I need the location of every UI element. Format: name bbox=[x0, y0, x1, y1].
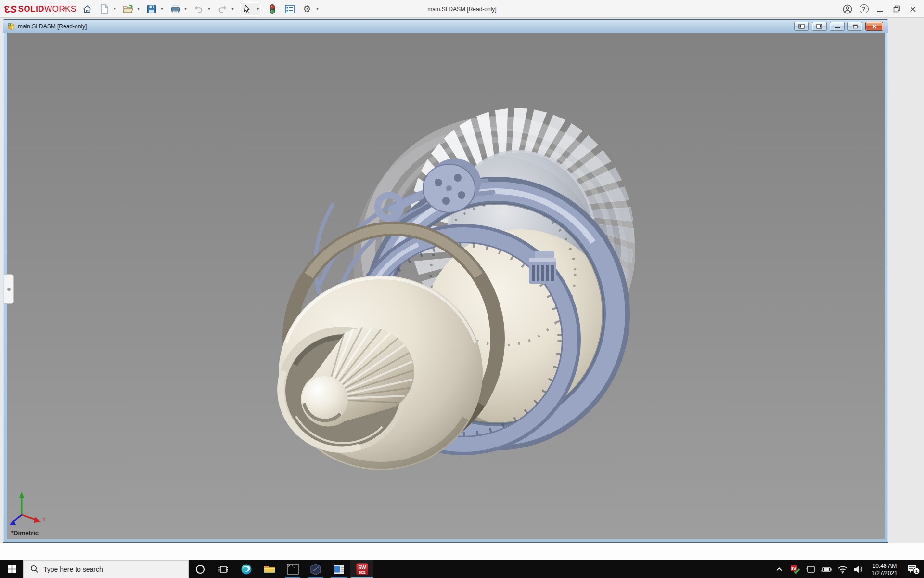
split-left-pane-icon bbox=[798, 24, 805, 29]
collapse-tab-grip-icon bbox=[7, 288, 11, 291]
minimize-button[interactable] bbox=[872, 2, 888, 16]
status-bar bbox=[0, 543, 924, 560]
search-placeholder-text: Type here to search bbox=[43, 565, 103, 573]
minimize-icon bbox=[877, 6, 884, 13]
taskbar-clock[interactable]: 10:48 AM 1/27/2021 bbox=[866, 562, 903, 577]
task-view-button[interactable] bbox=[212, 560, 235, 578]
help-button[interactable]: ? bbox=[856, 2, 872, 16]
display-pane-button[interactable] bbox=[282, 2, 297, 16]
task-view-icon bbox=[218, 564, 229, 575]
taskbar-app-command-prompt[interactable]: C:\_ bbox=[281, 560, 304, 578]
new-dropdown-caret[interactable]: ▾ bbox=[112, 2, 118, 16]
feature-tree-collapse-tab[interactable] bbox=[4, 274, 14, 304]
restore-button[interactable] bbox=[888, 2, 905, 16]
close-icon bbox=[910, 6, 916, 13]
print-dropdown-caret[interactable]: ▾ bbox=[182, 2, 189, 16]
clock-date: 1/27/2021 bbox=[866, 570, 903, 577]
taskbar-app-solidworks[interactable]: SW 2021 bbox=[350, 560, 373, 578]
menu-expand-arrow[interactable]: ▸ bbox=[64, 4, 67, 11]
taskbar-search-box[interactable]: Type here to search bbox=[23, 560, 189, 578]
account-icon bbox=[843, 4, 852, 14]
svg-text:SW: SW bbox=[791, 566, 796, 570]
help-icon: ? bbox=[860, 4, 869, 13]
open-dropdown-caret[interactable]: ▾ bbox=[135, 2, 141, 16]
redo-button[interactable] bbox=[215, 2, 230, 16]
print-button[interactable] bbox=[168, 2, 182, 16]
split-right-pane-button[interactable] bbox=[812, 22, 827, 31]
chevron-up-icon bbox=[775, 565, 783, 573]
solidworks-status-icon: SW bbox=[790, 564, 800, 575]
logo-mark-icon: 3 bbox=[5, 3, 10, 15]
split-left-pane-button[interactable] bbox=[794, 22, 809, 31]
tray-volume[interactable] bbox=[850, 560, 866, 578]
sw-icon-year: 2021 bbox=[359, 571, 366, 574]
window-app-icon bbox=[333, 563, 345, 576]
volume-icon bbox=[853, 564, 864, 575]
cmd-icon-text: C:\_ bbox=[288, 565, 295, 568]
undo-dropdown-caret[interactable]: ▾ bbox=[206, 2, 212, 16]
account-button[interactable] bbox=[839, 2, 856, 16]
battery-icon bbox=[821, 564, 833, 575]
redo-dropdown-caret[interactable]: ▾ bbox=[230, 2, 236, 16]
engine-3d-model: x bbox=[7, 33, 885, 539]
new-document-icon bbox=[100, 4, 109, 14]
taskbar-app-window[interactable] bbox=[327, 560, 350, 578]
display-pane-icon bbox=[284, 4, 295, 14]
tray-battery[interactable] bbox=[819, 560, 834, 578]
windows-logo-icon bbox=[8, 565, 16, 573]
document-title: main.SLDASM [Read-only] bbox=[18, 23, 87, 30]
select-tool-group: ▾ bbox=[240, 2, 261, 16]
tray-expand-button[interactable] bbox=[771, 560, 787, 578]
assembly-file-icon bbox=[7, 23, 15, 30]
taskbar-app-file-explorer[interactable] bbox=[258, 560, 281, 578]
command-prompt-icon: C:\_ bbox=[287, 564, 299, 575]
graphics-viewport[interactable]: x *Dimetric bbox=[7, 33, 885, 539]
doc-restore-button[interactable] bbox=[847, 22, 862, 31]
tray-wifi[interactable] bbox=[834, 560, 850, 578]
save-button[interactable] bbox=[144, 2, 159, 16]
cortana-icon bbox=[195, 564, 205, 575]
new-document-button[interactable] bbox=[97, 2, 112, 16]
home-button[interactable] bbox=[80, 2, 94, 16]
options-button[interactable]: ⚙ bbox=[300, 2, 314, 16]
close-button[interactable] bbox=[905, 2, 921, 16]
undo-button[interactable] bbox=[192, 2, 206, 16]
document-window: main.SLDASM [Read-only] bbox=[3, 19, 888, 543]
doc-restore-icon bbox=[852, 24, 858, 29]
quick-access-toolbar: ▾ ▾ ▾ bbox=[80, 1, 321, 16]
doc-close-button[interactable] bbox=[865, 22, 883, 31]
search-icon bbox=[30, 565, 38, 573]
restore-icon bbox=[893, 5, 900, 13]
select-cursor-icon bbox=[243, 4, 252, 14]
redo-icon bbox=[217, 4, 228, 14]
tray-tablet-mode[interactable] bbox=[803, 560, 819, 578]
desktop: 3S SOLIDWORKS ▸ ▾ bbox=[0, 0, 924, 578]
doc-minimize-button[interactable] bbox=[830, 22, 845, 31]
solidworks-2021-icon: SW 2021 bbox=[356, 563, 369, 576]
taskbar-app-hexagon[interactable] bbox=[304, 560, 327, 578]
select-cursor-button[interactable] bbox=[240, 2, 255, 16]
notification-center-button[interactable]: 1 bbox=[903, 560, 924, 578]
save-icon bbox=[146, 4, 157, 14]
options-gear-icon: ⚙ bbox=[303, 4, 311, 13]
taskbar-app-edge[interactable] bbox=[235, 560, 258, 578]
print-icon bbox=[170, 4, 181, 14]
selection-filter-icon bbox=[269, 4, 276, 14]
file-explorer-icon bbox=[263, 563, 276, 576]
taskbar: Type here to search bbox=[0, 560, 924, 578]
options-dropdown-caret[interactable]: ▾ bbox=[314, 2, 321, 16]
select-dropdown-caret[interactable]: ▾ bbox=[255, 2, 261, 16]
open-button[interactable] bbox=[121, 2, 135, 16]
start-button[interactable] bbox=[0, 560, 23, 578]
tray-solidworks-status[interactable]: SW bbox=[787, 560, 803, 578]
brand-works-text: WORKS bbox=[44, 4, 77, 14]
notification-badge: 1 bbox=[915, 569, 918, 574]
split-right-pane-icon bbox=[816, 24, 822, 29]
selection-filter-button[interactable] bbox=[265, 2, 280, 16]
home-icon bbox=[82, 4, 92, 14]
cortana-button[interactable] bbox=[189, 560, 212, 578]
sw-icon-text: SW bbox=[358, 565, 366, 570]
save-dropdown-caret[interactable]: ▾ bbox=[159, 2, 165, 16]
document-titlebar[interactable]: main.SLDASM [Read-only] bbox=[3, 20, 888, 33]
app-window-controls: ? bbox=[839, 0, 921, 18]
